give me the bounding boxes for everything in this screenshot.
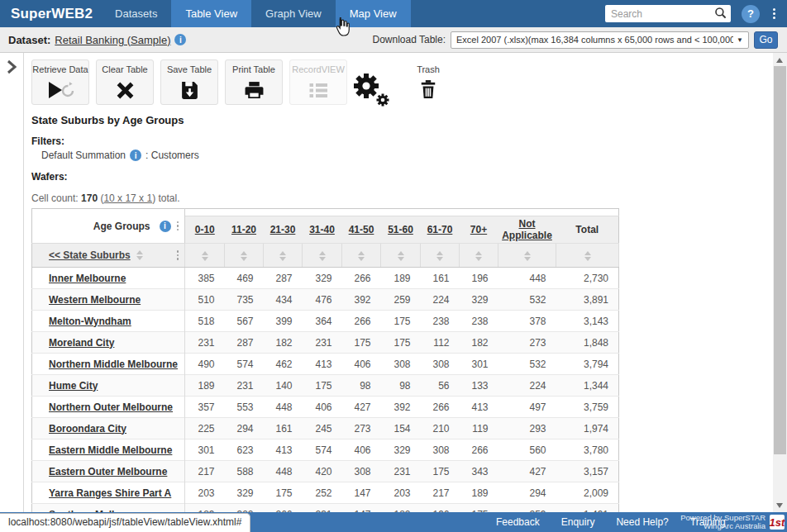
- row-label-link[interactable]: Northern Outer Melbourne: [49, 401, 173, 413]
- value-cell: 413: [460, 397, 498, 418]
- scroll-down-icon[interactable]: [776, 503, 783, 508]
- value-cell: 140: [264, 375, 303, 397]
- scrollbar-thumb[interactable]: [774, 66, 786, 454]
- row-label-link[interactable]: Northern Middle Melbourne: [49, 359, 178, 370]
- value-cell: 196: [460, 268, 498, 289]
- clear-icon: [115, 78, 136, 102]
- clear-table-button[interactable]: Clear Table: [96, 59, 154, 105]
- expand-panel-icon[interactable]: [6, 59, 17, 74]
- col-header-link[interactable]: 61-70: [427, 224, 453, 235]
- row-label-link[interactable]: Eastern Middle Melbourne: [49, 444, 172, 456]
- sort-icon[interactable]: [202, 251, 208, 261]
- value-cell: 329: [381, 439, 421, 461]
- table-row: Northern Middle Melbourne490574462413406…: [32, 354, 619, 375]
- value-cell: 154: [381, 418, 421, 439]
- sort-icon[interactable]: [319, 251, 326, 261]
- cell-count-suffix: total.: [158, 192, 179, 204]
- col-header-link[interactable]: 21-30: [270, 224, 296, 235]
- value-cell: 147: [342, 482, 381, 504]
- sort-icon[interactable]: [475, 251, 482, 261]
- wafers-label: Wafers:: [31, 171, 68, 183]
- value-cell: 3,794: [556, 354, 619, 375]
- status-url: localhost:8080/webapi/jsf/tableView/tabl…: [0, 513, 250, 532]
- download-format-select[interactable]: Excel 2007 (.xlsx)(max 16,384 columns x …: [451, 31, 749, 49]
- sort-icon[interactable]: [584, 251, 591, 261]
- print-table-button[interactable]: Print Table: [225, 59, 283, 105]
- vertical-scrollbar[interactable]: [773, 53, 787, 512]
- sort-icon[interactable]: [524, 251, 531, 261]
- table-top-spacer: [342, 209, 381, 216]
- value-cell: 175: [303, 375, 342, 397]
- table-row: Western Melbourne51073543447639225922432…: [32, 289, 619, 311]
- row-label-link[interactable]: Inner Melbourne: [49, 273, 126, 284]
- value-cell: 518: [185, 311, 225, 332]
- col-header-link[interactable]: 31-40: [309, 224, 335, 235]
- trash-button[interactable]: Trash: [405, 64, 451, 104]
- row-label-link[interactable]: Western Melbourne: [49, 294, 141, 306]
- nav-item-map-view[interactable]: Map View: [336, 0, 411, 27]
- search-input[interactable]: [605, 5, 731, 22]
- value-cell: 266: [342, 268, 381, 289]
- help-icon[interactable]: [742, 5, 760, 23]
- col-header-link[interactable]: 11-20: [231, 224, 256, 235]
- menu-dots-icon[interactable]: [176, 221, 180, 232]
- superweb2-window: SuperWEB2 DatasetsTable ViewGraph ViewMa…: [0, 0, 787, 532]
- row-label-link[interactable]: Moreland City: [49, 337, 114, 349]
- value-cell: 406: [342, 354, 381, 375]
- row-label-cell: Boroondara City: [32, 418, 185, 439]
- row-label-link[interactable]: Melton-Wyndham: [49, 316, 131, 327]
- value-cell: 3,759: [556, 397, 619, 418]
- col-header-link[interactable]: 0-10: [195, 224, 215, 235]
- app-logo[interactable]: SuperWEB2: [0, 6, 101, 22]
- go-button[interactable]: Go: [754, 31, 778, 49]
- value-cell: 420: [303, 461, 342, 482]
- footer-link-feedback[interactable]: Feedback: [496, 516, 540, 528]
- col-dimension-label[interactable]: Age Groups: [93, 221, 150, 232]
- recordview-button[interactable]: RecordVIEW: [289, 59, 347, 105]
- row-label-link[interactable]: Hume City: [49, 380, 98, 392]
- table-options-button[interactable]: [353, 73, 391, 107]
- value-cell: 196: [421, 504, 460, 513]
- col-header-link[interactable]: 41-50: [349, 224, 374, 235]
- col-header-link[interactable]: Not Applicable: [502, 218, 552, 241]
- table-top-spacer: [556, 209, 619, 216]
- cell-count-value: 170: [81, 192, 98, 204]
- scroll-up-icon[interactable]: [776, 58, 783, 63]
- sort-icon[interactable]: [241, 251, 247, 261]
- menu-dots-icon[interactable]: [176, 249, 180, 261]
- dataset-info-icon[interactable]: [174, 34, 186, 45]
- sort-icon[interactable]: [136, 250, 143, 260]
- value-cell: 462: [264, 354, 303, 375]
- sort-icon[interactable]: [279, 251, 286, 261]
- row-label-cell: Eastern Outer Melbourne: [32, 461, 185, 482]
- cell-count-link[interactable]: 10 x 17 x 1: [103, 192, 152, 204]
- nav-item-datasets[interactable]: Datasets: [101, 0, 171, 27]
- value-cell: 189: [381, 268, 421, 289]
- footer-link-need-help[interactable]: Need Help?: [616, 516, 668, 528]
- dataset-link[interactable]: Retail Banking (Sample): [55, 34, 170, 46]
- left-panel-collapsed: [0, 53, 24, 512]
- sort-icon[interactable]: [358, 251, 365, 261]
- row-dimension-link[interactable]: << State Suburbs: [49, 249, 131, 261]
- col-header-link[interactable]: 51-60: [388, 224, 413, 235]
- save-table-button[interactable]: Save Table: [160, 59, 218, 105]
- nav-item-graph-view[interactable]: Graph View: [251, 0, 336, 27]
- col-dimension-info-icon[interactable]: [160, 221, 171, 232]
- nav-item-table-view[interactable]: Table View: [171, 0, 251, 27]
- value-cell: 567: [225, 311, 264, 332]
- overflow-menu-icon[interactable]: [771, 7, 777, 21]
- col-header-link[interactable]: 70+: [470, 224, 487, 235]
- retrieve-data-button[interactable]: Retrieve Data: [31, 59, 89, 105]
- table-top-spacer: [225, 209, 264, 216]
- sort-icon[interactable]: [436, 251, 443, 261]
- search-icon[interactable]: [714, 7, 727, 20]
- footer-link-enquiry[interactable]: Enquiry: [561, 516, 595, 528]
- select-arrow-icon: [737, 36, 743, 44]
- row-label-link[interactable]: Yarra Ranges Shire Part A: [49, 487, 171, 499]
- table-row: Southern Melbourne1893222662311471821961…: [32, 504, 619, 513]
- filter-info-icon[interactable]: [130, 150, 141, 161]
- print-icon: [244, 78, 265, 102]
- row-label-link[interactable]: Eastern Outer Melbourne: [49, 466, 167, 477]
- sort-icon[interactable]: [398, 251, 404, 261]
- row-label-link[interactable]: Boroondara City: [49, 423, 126, 435]
